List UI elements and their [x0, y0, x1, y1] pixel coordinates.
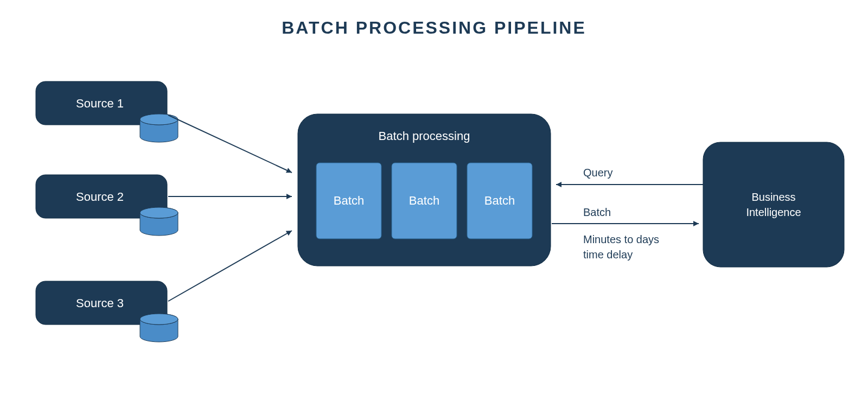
batch-unit-3-label: Batch	[484, 194, 515, 207]
source-2: Source 2	[36, 175, 178, 236]
delay-label-2: time delay	[583, 249, 633, 261]
source-1: Source 1	[36, 81, 178, 142]
batch-processor: Batch processing Batch Batch Batch	[298, 114, 551, 266]
db-icon	[140, 207, 178, 236]
batch-unit-2: Batch	[392, 163, 457, 239]
bi-label-line1: Business	[751, 191, 795, 203]
batch-unit-2-label: Batch	[409, 194, 439, 207]
diagram-title: BATCH PROCESSING PIPELINE	[282, 18, 586, 37]
business-intelligence: Business Intelligence	[703, 142, 844, 267]
svg-point-5	[140, 207, 178, 218]
query-label: Query	[583, 167, 612, 179]
source-1-label: Source 1	[76, 97, 124, 110]
batch-unit-1: Batch	[316, 163, 381, 239]
arrow-source1-to-processor	[168, 115, 292, 173]
bi-label-line2: Intelligence	[746, 206, 801, 218]
db-icon	[140, 114, 178, 142]
batch-unit-3: Batch	[467, 163, 532, 239]
arrow-source3-to-processor	[168, 231, 292, 301]
batch-edge-label: Batch	[583, 206, 611, 218]
svg-point-2	[140, 114, 178, 125]
source-3: Source 3	[36, 281, 178, 342]
svg-rect-13	[703, 142, 844, 267]
processor-title: Batch processing	[379, 129, 470, 143]
db-icon	[140, 314, 178, 342]
source-3-label: Source 3	[76, 296, 124, 310]
source-2-label: Source 2	[76, 190, 124, 204]
delay-label-1: Minutes to days	[583, 233, 659, 245]
svg-point-8	[140, 314, 178, 325]
diagram-canvas: BATCH PROCESSING PIPELINE Source 1 Sourc…	[0, 0, 868, 419]
batch-unit-1-label: Batch	[334, 194, 364, 207]
